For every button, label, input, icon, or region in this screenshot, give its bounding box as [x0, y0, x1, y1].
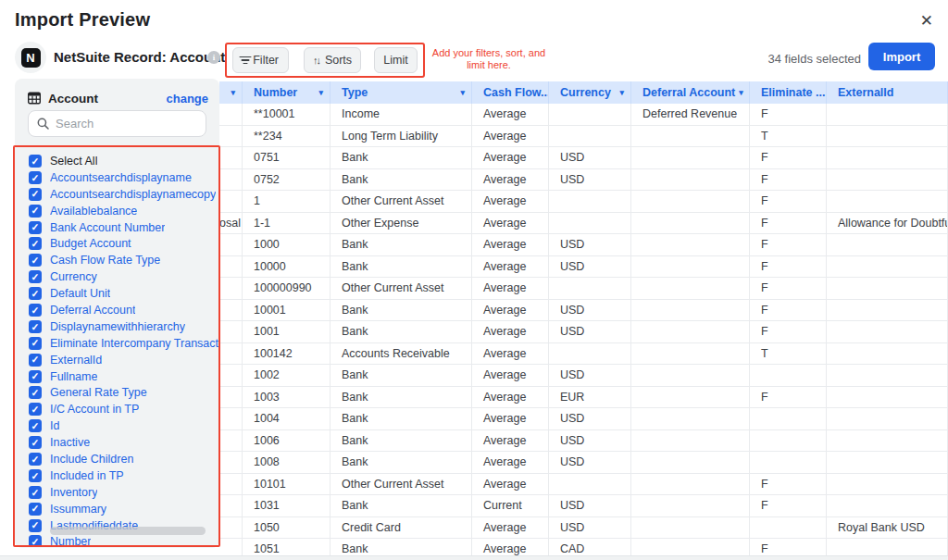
checkbox-checked-icon[interactable]: ✓ — [29, 503, 42, 516]
checkbox-checked-icon[interactable]: ✓ — [29, 469, 42, 482]
table-cell-externalid — [827, 104, 948, 125]
table-cell-type: Income — [331, 104, 472, 125]
checkbox-checked-icon[interactable]: ✓ — [29, 205, 42, 218]
checkbox-checked-icon[interactable]: ✓ — [29, 354, 42, 367]
list-scrollbar-thumb[interactable] — [50, 527, 206, 535]
checkbox-checked-icon[interactable]: ✓ — [29, 221, 42, 234]
table-cell-deferral-account — [631, 321, 750, 342]
column-header-currency[interactable]: Currency▾ — [549, 81, 631, 104]
checkbox-checked-icon[interactable]: ✓ — [29, 320, 42, 333]
field-checkbox-item[interactable]: ✓ ExternalId — [29, 352, 219, 368]
table-cell-currency — [549, 213, 631, 234]
table-row: 100000990Other Current AssetAverageF — [219, 278, 948, 300]
filter-button[interactable]: Filter — [232, 47, 289, 73]
column-header-deferral-account[interactable]: Deferral Account▾ — [631, 81, 750, 104]
checkbox-checked-icon[interactable]: ✓ — [29, 486, 42, 499]
change-record-link[interactable]: change — [166, 92, 208, 106]
table-cell-externalid — [827, 452, 948, 473]
checkbox-checked-icon[interactable]: ✓ — [29, 155, 42, 168]
field-checkbox-item[interactable]: ✓ Accountsearchdisplaynamecopy — [29, 186, 219, 203]
column-header-externalid[interactable]: ExternalId — [827, 81, 948, 104]
checkbox-checked-icon[interactable]: ✓ — [29, 254, 42, 267]
table-cell-externalid — [827, 191, 948, 212]
checkbox-checked-icon[interactable]: ✓ — [29, 304, 42, 317]
table-cell-eliminate — [750, 408, 827, 429]
column-caret-icon[interactable]: ▾ — [231, 88, 235, 97]
checkbox-checked-icon[interactable]: ✓ — [29, 453, 42, 466]
column-caret-icon[interactable]: ▾ — [619, 88, 624, 97]
checkbox-checked-icon[interactable]: ✓ — [29, 519, 42, 532]
field-checkbox-item[interactable]: ✓ Inventory — [29, 484, 219, 501]
field-checkbox-item[interactable]: ✓ Cash Flow Rate Type — [29, 252, 219, 268]
field-checkbox-item[interactable]: ✓ Bank Account Number — [29, 219, 219, 236]
field-label: Displaynamewithhierarchy — [50, 320, 185, 333]
table-cell-deferral-account — [631, 408, 750, 429]
field-checkbox-item[interactable]: ✓ Displaynamewithhierarchy — [29, 318, 219, 335]
field-checkbox-item[interactable]: ✓ Accountsearchdisplayname — [29, 169, 219, 186]
checkbox-checked-icon[interactable]: ✓ — [29, 287, 42, 300]
field-checkbox-item[interactable]: ✓ Fullname — [29, 368, 219, 385]
table-row: 1002BankAverageUSD — [219, 365, 948, 387]
table-cell-currency: USD — [549, 452, 631, 473]
field-label: ExternalId — [50, 354, 102, 367]
checkbox-checked-icon[interactable]: ✓ — [29, 535, 42, 547]
field-checkbox-item[interactable]: ✓ Budget Account — [29, 235, 219, 252]
checkbox-checked-icon[interactable]: ✓ — [29, 436, 42, 449]
table-cell-eliminate: F — [750, 104, 827, 125]
close-icon[interactable]: ✕ — [917, 9, 937, 32]
column-caret-icon[interactable]: ▾ — [739, 88, 743, 97]
table-cell-deferral-account — [631, 387, 750, 408]
column-caret-icon[interactable]: ▾ — [318, 88, 323, 97]
table-cell-cash-flow: Average — [472, 104, 549, 125]
table-cell-deferral-account — [631, 430, 750, 452]
field-checkbox-item[interactable]: ✓ Default Unit — [29, 285, 219, 302]
field-checkbox-item[interactable]: ✓ General Rate Type — [29, 384, 219, 401]
checkbox-checked-icon[interactable]: ✓ — [29, 270, 42, 283]
checkbox-checked-icon[interactable]: ✓ — [29, 171, 42, 184]
field-checkbox-item[interactable]: ✓ Issummary — [29, 501, 219, 517]
checkbox-checked-icon[interactable]: ✓ — [29, 403, 42, 416]
table-cell-deferral-account — [631, 517, 750, 539]
horizontal-scrollbar-track[interactable] — [0, 555, 948, 560]
table-cell-currency — [549, 104, 631, 125]
field-checkbox-item[interactable]: ✓ Inactive — [29, 434, 219, 451]
table-cell-cash-flow: Average — [472, 278, 549, 299]
checkbox-checked-icon[interactable]: ✓ — [29, 370, 42, 383]
table-cell-eliminate: F — [750, 256, 827, 278]
table-row: 0751BankAverageUSDF — [219, 147, 948, 169]
column-header-cash-flow[interactable]: Cash Flow...▾ — [472, 81, 549, 104]
column-header-eliminate[interactable]: Eliminate ...▾ — [750, 81, 827, 104]
import-button[interactable]: Import — [868, 43, 935, 70]
search-input[interactable] — [56, 117, 185, 131]
checkbox-checked-icon[interactable]: ✓ — [29, 419, 42, 432]
field-checkbox-item[interactable]: ✓ Id — [29, 417, 219, 434]
checkbox-checked-icon[interactable]: ✓ — [29, 337, 42, 350]
table-cell-eliminate — [750, 452, 827, 473]
checkbox-checked-icon[interactable]: ✓ — [29, 188, 42, 201]
table-cell-eliminate: F — [750, 169, 827, 191]
field-checkbox-item[interactable]: ✓ Eliminate Intercompany Transactio... — [29, 335, 219, 352]
table-cell-eliminate: F — [750, 495, 827, 516]
column-header-number[interactable]: Number▾ — [243, 81, 331, 104]
sorts-button-label: Sorts — [325, 54, 352, 67]
column-caret-icon[interactable]: ▾ — [460, 88, 465, 97]
field-checkbox-item[interactable]: ✓ Availablebalance — [29, 203, 219, 219]
limit-button[interactable]: Limit — [374, 47, 418, 73]
field-checkbox-item[interactable]: ✓ Include Children — [29, 451, 219, 467]
table-cell-deferral-account — [631, 452, 750, 473]
sorts-button[interactable]: ↑↓ Sorts — [304, 47, 361, 73]
checkbox-checked-icon[interactable]: ✓ — [29, 386, 42, 399]
table-cell-number: 1000 — [243, 234, 331, 255]
info-icon[interactable]: i — [207, 51, 220, 64]
select-all-item[interactable]: ✓ Select All — [29, 153, 219, 169]
field-checkbox-item[interactable]: ✓ Currency — [29, 268, 219, 285]
search-box[interactable] — [28, 110, 206, 137]
field-checkbox-item[interactable]: ✓ Number — [29, 533, 219, 547]
column-header-type[interactable]: Type▾ — [331, 81, 472, 104]
checkbox-checked-icon[interactable]: ✓ — [29, 237, 42, 250]
field-checkbox-item[interactable]: ✓ Deferral Account — [29, 302, 219, 318]
field-checkbox-item[interactable]: ✓ I/C Account in TP — [29, 401, 219, 417]
field-checkbox-item[interactable]: ✓ Included in TP — [29, 467, 219, 484]
table-cell-cash-flow: Average — [472, 452, 549, 473]
column-header-hidden[interactable]: ▾ — [219, 81, 243, 104]
